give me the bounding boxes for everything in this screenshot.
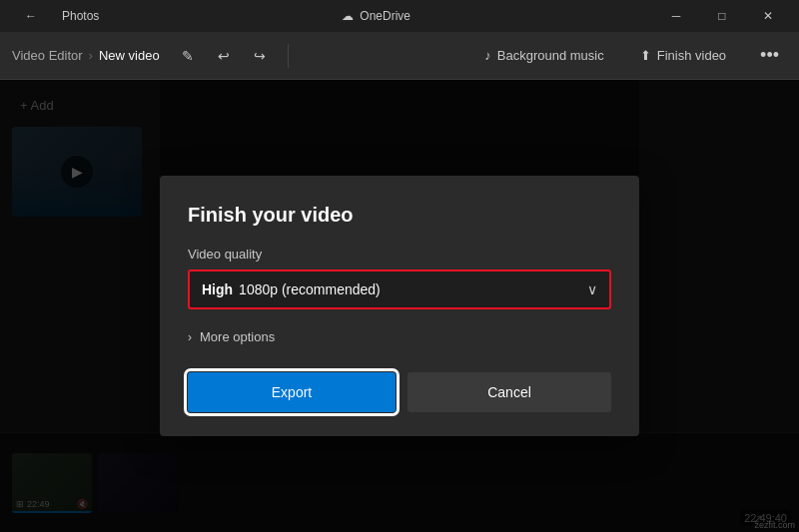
breadcrumb-parent[interactable]: Video Editor xyxy=(12,48,83,63)
toolbar-icons: ✎ ↩ ↪ xyxy=(172,40,276,72)
breadcrumb: Video Editor › New video xyxy=(12,48,160,63)
more-options-label: More options xyxy=(200,329,275,344)
dialog-title: Finish your video xyxy=(188,204,611,227)
watermark: zezfit.com xyxy=(754,520,795,530)
titlebar-left: ← Photos xyxy=(8,0,99,32)
toolbar-divider xyxy=(288,44,289,68)
cancel-button[interactable]: Cancel xyxy=(407,372,611,412)
edit-button[interactable]: ✎ xyxy=(172,40,204,72)
finish-icon: ⬆ xyxy=(640,48,651,63)
quality-label: Video quality xyxy=(188,247,611,262)
back-button[interactable]: ← xyxy=(8,0,54,32)
maximize-button[interactable]: □ xyxy=(699,0,745,32)
onedrive-label: OneDrive xyxy=(360,9,410,23)
finish-video-button[interactable]: ⬆ Finish video xyxy=(630,42,736,69)
quality-text: 1080p (recommended) xyxy=(239,281,381,297)
breadcrumb-separator: › xyxy=(89,48,93,63)
finish-video-dialog: Finish your video Video quality High 108… xyxy=(160,176,639,436)
app-title: Photos xyxy=(62,9,99,23)
close-button[interactable]: ✕ xyxy=(745,0,791,32)
music-icon: ♪ xyxy=(484,48,491,63)
breadcrumb-current: New video xyxy=(99,48,160,63)
toolbar-right: ♪ Background music ⬆ Finish video ••• xyxy=(474,41,787,70)
undo-button[interactable]: ↩ xyxy=(208,40,240,72)
onedrive-icon: ☁ xyxy=(342,9,354,23)
quality-select-text: High 1080p (recommended) xyxy=(202,281,381,297)
modal-overlay: Finish your video Video quality High 108… xyxy=(0,80,799,532)
chevron-down-icon: ∨ xyxy=(587,281,597,297)
window-controls: ─ □ ✕ xyxy=(653,0,791,32)
more-options-button[interactable]: ••• xyxy=(752,41,787,70)
quality-bold: High xyxy=(202,281,233,297)
finish-video-label: Finish video xyxy=(657,48,726,63)
titlebar: ← Photos ☁ OneDrive ─ □ ✕ xyxy=(0,0,799,32)
chevron-right-icon: › xyxy=(188,330,192,344)
background-music-button[interactable]: ♪ Background music xyxy=(474,42,613,69)
toolbar: Video Editor › New video ✎ ↩ ↪ ♪ Backgro… xyxy=(0,32,799,80)
minimize-button[interactable]: ─ xyxy=(653,0,699,32)
onedrive-status: ☁ OneDrive xyxy=(342,9,410,23)
main-area: + Add ▶ ⊞ 22:49 🔇 xyxy=(0,80,799,532)
redo-button[interactable]: ↪ xyxy=(244,40,276,72)
quality-select[interactable]: High 1080p (recommended) ∨ xyxy=(188,269,611,309)
export-button[interactable]: Export xyxy=(188,372,396,412)
background-music-label: Background music xyxy=(497,48,604,63)
dialog-buttons: Export Cancel xyxy=(188,372,611,412)
more-options-toggle[interactable]: › More options xyxy=(188,325,611,348)
